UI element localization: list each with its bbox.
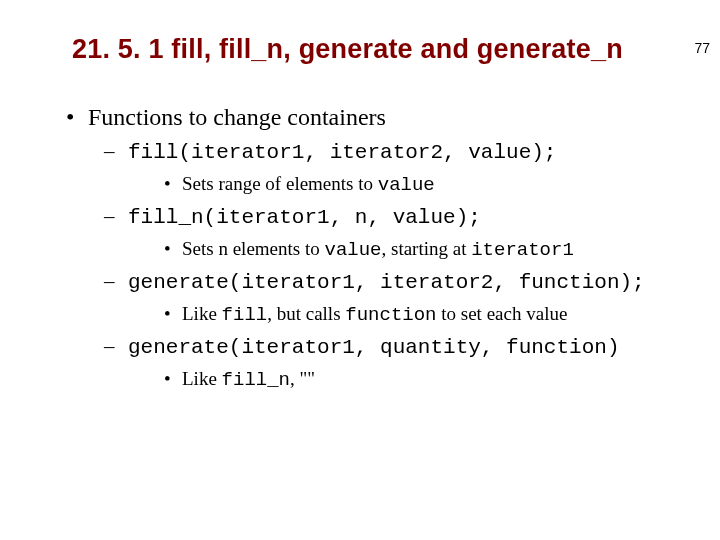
desc-text: , starting at xyxy=(382,238,472,259)
list-item: generate(iterator1, iterator2, function)… xyxy=(94,267,720,328)
code-inline: function xyxy=(345,304,436,326)
desc-text: to set each value xyxy=(437,303,568,324)
code-inline: fill_n xyxy=(222,369,290,391)
code-inline: fill xyxy=(222,304,268,326)
code-inline: iterator1 xyxy=(471,239,574,261)
desc-text: , but calls xyxy=(267,303,345,324)
list-item: Like fill_n, "" xyxy=(142,366,720,394)
slide-body: Functions to change containers fill(iter… xyxy=(60,101,720,393)
bullet-list-level3: Like fill, but calls function to set eac… xyxy=(128,301,720,329)
desc-text: Sets range of elements to xyxy=(182,173,378,194)
slide-title: 21. 5. 1 fill, fill_n, generate and gene… xyxy=(72,34,720,65)
code-signature: generate(iterator1, quantity, function) xyxy=(128,336,619,359)
list-item: fill(iterator1, iterator2, value); Sets … xyxy=(94,137,720,198)
page-number: 77 xyxy=(694,40,710,56)
bullet-list-level3: Sets n elements to value, starting at it… xyxy=(128,236,720,264)
desc-text: Sets n elements to xyxy=(182,238,324,259)
code-signature: fill_n(iterator1, n, value); xyxy=(128,206,481,229)
desc-text: Like xyxy=(182,368,222,389)
slide: 77 21. 5. 1 fill, fill_n, generate and g… xyxy=(0,34,720,540)
code-signature: fill(iterator1, iterator2, value); xyxy=(128,141,556,164)
bullet-list-level1: Functions to change containers fill(iter… xyxy=(60,101,720,393)
bullet-list-level3: Like fill_n, "" xyxy=(128,366,720,394)
code-inline: value xyxy=(324,239,381,261)
code-signature: generate(iterator1, iterator2, function)… xyxy=(128,271,645,294)
list-item: Functions to change containers fill(iter… xyxy=(60,101,720,393)
bullet-list-level3: Sets range of elements to value xyxy=(128,171,720,199)
code-inline: value xyxy=(378,174,435,196)
bullet-text: Functions to change containers xyxy=(88,104,386,130)
bullet-list-level2: fill(iterator1, iterator2, value); Sets … xyxy=(88,137,720,393)
list-item: Like fill, but calls function to set eac… xyxy=(142,301,720,329)
list-item: Sets range of elements to value xyxy=(142,171,720,199)
desc-text: Like xyxy=(182,303,222,324)
list-item: generate(iterator1, quantity, function) … xyxy=(94,332,720,393)
desc-text: , "" xyxy=(290,368,315,389)
list-item: Sets n elements to value, starting at it… xyxy=(142,236,720,264)
list-item: fill_n(iterator1, n, value); Sets n elem… xyxy=(94,202,720,263)
